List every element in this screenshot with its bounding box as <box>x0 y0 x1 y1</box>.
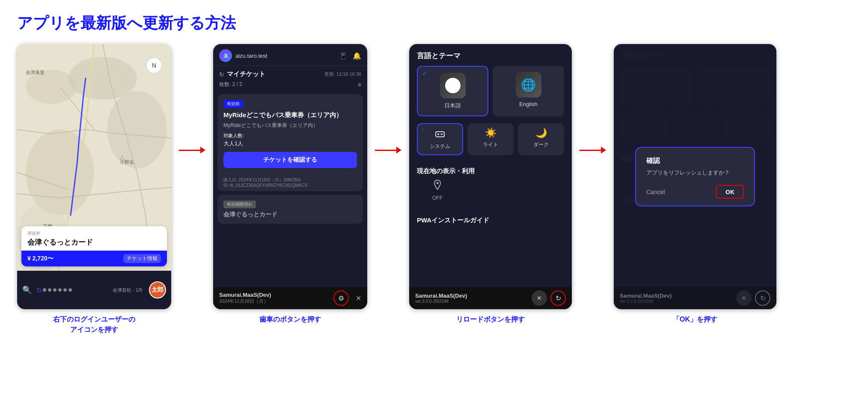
lang-japanese-check: ✓ <box>422 70 427 77</box>
theme-light[interactable]: ☀️ ライト <box>467 123 514 155</box>
language-grid: ✓ 日本語 🌐 English <box>409 66 572 123</box>
map-bottom-bar: 🔍 G 会津若松 - 1/9 太郎 <box>17 271 171 309</box>
map-card-ticket-btn[interactable]: チケット情報 <box>123 254 161 263</box>
arrow-1 <box>179 44 205 154</box>
arrow-line-2 <box>375 150 396 151</box>
bell-icon[interactable]: 🔔 <box>353 52 361 60</box>
arrow-2 <box>375 44 401 154</box>
user-avatar-button[interactable]: 太郎 <box>149 281 166 299</box>
ticket-header: 太 aizu.taro.test 📱 🔔 <box>213 44 367 66</box>
location-row: OFF <box>409 179 572 212</box>
settings-app-version: ver.3.0.0-291f248 <box>415 299 467 304</box>
location-icon <box>431 179 443 193</box>
ticket-description: MyRideどこでもバス乗車券（エリア内） <box>223 122 357 129</box>
screen4-bottom-info: Samurai.MaaS(Dev) ver.3.0.0-291f248 <box>620 293 672 304</box>
ticket-update-time: 更新: 11/18 16:36 <box>324 71 361 77</box>
screen3-settings: 言語とテーマ ✓ 日本語 🌐 English <box>409 44 572 309</box>
theme-grid: ✓ システム ☀️ ライト 🌙 ダーク <box>409 123 572 162</box>
lang-theme-title: 言語とテーマ <box>409 44 572 66</box>
settings-app-name: Samurai.MaaS(Dev) <box>415 293 467 299</box>
svg-point-13 <box>437 133 439 135</box>
ticket-bottom-info: Samurai.MaaS(Dev) 2024年11月18日（月） <box>219 292 271 304</box>
screen4-app-name: Samurai.MaaS(Dev) <box>620 293 672 299</box>
expired-ticket-name: 会津ぐるっとカード <box>223 211 357 219</box>
gear-button[interactable]: ⚙ <box>333 290 349 306</box>
reload-button[interactable]: ↻ <box>550 290 566 306</box>
system-theme-icon <box>434 128 446 140</box>
ticket-section-title: マイチケット <box>227 70 322 78</box>
red-arrow-2 <box>375 147 401 154</box>
settings-bottom-info: Samurai.MaaS(Dev) ver.3.0.0-291f248 <box>415 293 467 304</box>
lang-japanese[interactable]: ✓ 日本語 <box>417 66 488 116</box>
ticket-title-row: ↻ マイチケット 更新: 11/18 16:36 <box>213 66 367 80</box>
settings-close-button[interactable]: ✕ <box>532 290 547 306</box>
theme-dark[interactable]: 🌙 ダーク <box>518 123 564 155</box>
confirm-dialog: 確認 アプリをリフレッシュしますか？ Cancel OK <box>635 147 755 207</box>
lang-english[interactable]: 🌐 English <box>493 66 564 116</box>
ticket-name: MyRideどこでもバス乗車券（エリア内） <box>223 111 357 119</box>
svg-point-14 <box>437 182 439 184</box>
caption-step2: 歯車のボタンを押す <box>259 314 321 325</box>
ticket-confirm-button[interactable]: チケットを確認する <box>223 152 357 168</box>
light-theme-icon: ☀️ <box>485 127 496 139</box>
search-icon[interactable]: 🔍 <box>22 285 32 295</box>
map-svg: 会津美里 小野岳 下郷 △ N <box>17 44 171 309</box>
location-section-title: 現在地の表示・利用 <box>409 162 572 179</box>
svg-text:N: N <box>152 62 156 69</box>
confirm-title: 確認 <box>646 157 744 166</box>
svg-point-2 <box>68 57 137 100</box>
ok-button[interactable]: OK <box>716 185 744 199</box>
valid-badge: 有効前 <box>223 100 243 108</box>
arrow-line <box>179 150 200 151</box>
route-dots <box>43 288 109 292</box>
location-info: 会津若松 - 1/9 <box>113 287 142 293</box>
ticket-card-inner: 有効前 MyRideどこでもバス乗車券（エリア内） MyRideどこでもバス乗車… <box>217 94 363 173</box>
jp-circle <box>445 78 461 93</box>
caption-step3: リロードボタンを押す <box>456 314 525 325</box>
pwa-section-title: PWAインストールガイド <box>409 212 572 228</box>
ticket-bottom-bar: Samurai.MaaS(Dev) 2024年11月18日（月） ⚙ ✕ <box>213 287 367 309</box>
filter-icon[interactable]: ≡ <box>358 81 361 88</box>
theme-system[interactable]: ✓ システム <box>417 123 463 155</box>
settings-bottom-actions: ✕ ↻ <box>532 290 566 306</box>
red-arrow-3 <box>580 147 606 154</box>
red-arrow-1 <box>179 147 205 154</box>
page-title: アプリを最新版へ更新する方法 <box>17 13 851 34</box>
dark-label: ダーク <box>533 141 549 148</box>
location-off-label: OFF <box>432 195 443 201</box>
expired-ticket-card: 有効期限切れ 会津ぐるっとカード <box>217 195 363 224</box>
map-background: 会津美里 小野岳 下郷 △ N <box>17 44 171 309</box>
screen4-app-version: ver.3.0.0-291f248 <box>620 299 672 304</box>
map-card-badge: 周遊券 <box>27 231 161 236</box>
screen1-map: 会津美里 小野岳 下郷 △ N 周遊券 会津ぐるっとカード ¥ 2,720〜 チ… <box>17 44 171 309</box>
japanese-label: 日本語 <box>444 102 461 109</box>
system-label: システム <box>430 143 450 150</box>
close-button[interactable]: ✕ <box>356 294 361 302</box>
light-label: ライト <box>483 141 498 148</box>
ticket-user-avatar: 太 <box>219 49 232 62</box>
cancel-button[interactable]: Cancel <box>646 189 665 195</box>
dark-theme-icon: 🌙 <box>535 127 547 139</box>
ticket-target-label: 対象人数: <box>223 133 357 139</box>
app-name: Samurai.MaaS(Dev) <box>219 292 271 298</box>
english-label: English <box>519 101 538 107</box>
svg-text:△: △ <box>120 154 125 161</box>
expired-ticket-inner: 有効期限切れ 会津ぐるっとカード <box>217 195 363 224</box>
location-toggle[interactable]: OFF <box>420 179 455 207</box>
arrow-head-2 <box>396 147 401 154</box>
ticket-bottom-actions: ⚙ ✕ <box>333 290 361 306</box>
ticket-count-row: 枚数: 2 / 2 ≡ <box>213 80 367 92</box>
screen4-close-button[interactable]: ✕ <box>736 290 752 306</box>
screen4-confirm: 言語とテーマ 現在地の表示・利用 PWAインストールガイド 確認 <box>614 44 776 309</box>
ticket-username: aizu.taro.test <box>235 53 336 59</box>
screen4-bottom-bar: Samurai.MaaS(Dev) ver.3.0.0-291f248 ✕ ↻ <box>614 287 776 309</box>
screen4-reload-button[interactable]: ↻ <box>755 290 770 306</box>
svg-text:会津美里: 会津美里 <box>26 70 45 75</box>
screen2-ticket: 太 aizu.taro.test 📱 🔔 ↻ マイチケット 更新: 11/18 … <box>213 44 367 309</box>
phone-icon[interactable]: 📱 <box>339 52 348 60</box>
confirm-buttons: Cancel OK <box>646 185 744 199</box>
screen3-col: 言語とテーマ ✓ 日本語 🌐 English <box>409 44 572 325</box>
valid-ticket-card: 有効前 MyRideどこでもバス乗車券（エリア内） MyRideどこでもバス乗車… <box>217 94 363 191</box>
ticket-refresh-icon[interactable]: ↻ <box>219 71 224 78</box>
arrow-3 <box>580 44 606 154</box>
